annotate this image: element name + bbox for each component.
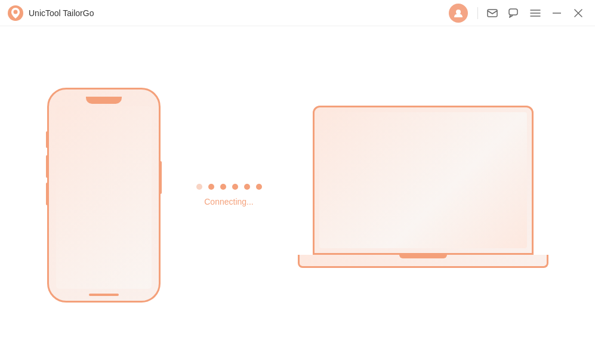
user-avatar-button[interactable]	[449, 4, 468, 23]
phone-side-btn-vol-up	[46, 155, 48, 178]
menu-button[interactable]	[526, 4, 545, 23]
main-content: Connecting...	[0, 26, 595, 364]
phone-screen	[56, 106, 152, 289]
dot-4	[232, 184, 238, 190]
laptop-illustration	[298, 106, 548, 285]
titlebar-separator	[477, 7, 478, 19]
phone-side-btn-power	[159, 161, 162, 194]
chat-icon	[508, 8, 519, 18]
menu-icon	[530, 9, 541, 17]
phone-notch	[86, 97, 122, 104]
user-icon	[453, 8, 464, 18]
dot-5	[244, 184, 250, 190]
phone-side-btn-vol-down	[46, 183, 48, 205]
connecting-area: Connecting...	[196, 184, 262, 206]
minimize-button[interactable]	[547, 4, 566, 23]
close-icon	[574, 9, 582, 17]
chat-button[interactable]	[504, 4, 523, 23]
minimize-icon	[553, 13, 561, 14]
phone-home-indicator	[89, 294, 119, 296]
laptop-hinge-notch	[399, 255, 447, 258]
laptop-screen-inner	[319, 112, 527, 248]
mail-icon	[487, 9, 498, 17]
dot-3	[220, 184, 226, 190]
dot-6	[256, 184, 262, 190]
phone-body	[47, 88, 161, 303]
phone-side-btn-mute	[46, 131, 48, 148]
titlebar: UnicTool TailorGo	[0, 0, 595, 26]
phone-illustration	[47, 88, 161, 303]
app-title: UnicTool TailorGo	[29, 8, 94, 18]
device-area: Connecting...	[47, 88, 548, 303]
dot-1	[196, 184, 202, 190]
mail-button[interactable]	[483, 4, 502, 23]
svg-rect-4	[509, 9, 517, 15]
connecting-status: Connecting...	[204, 197, 254, 206]
progress-dots	[196, 184, 262, 190]
svg-rect-3	[488, 10, 497, 17]
titlebar-right	[449, 4, 588, 23]
titlebar-left: UnicTool TailorGo	[7, 5, 94, 21]
dot-2	[208, 184, 214, 190]
laptop-screen	[313, 106, 534, 255]
svg-point-1	[14, 10, 18, 14]
laptop-base	[298, 255, 548, 268]
close-button[interactable]	[569, 4, 588, 23]
app-logo-icon	[7, 5, 24, 21]
svg-point-2	[456, 10, 461, 14]
